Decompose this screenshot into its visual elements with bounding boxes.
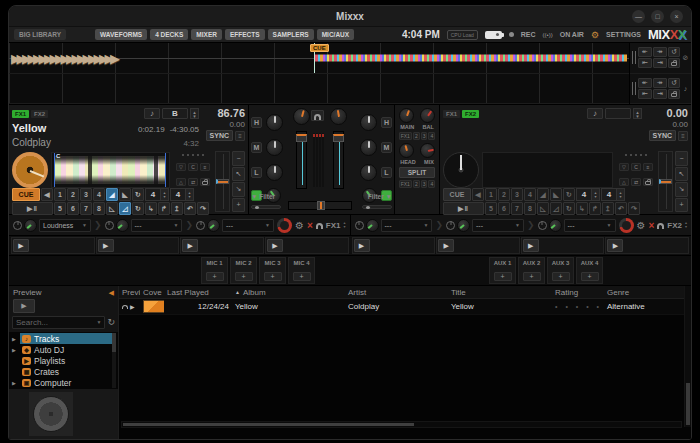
sync-leader-icon[interactable]: ≡ (678, 131, 688, 141)
deck2-jump-fwd-button[interactable]: ↷ (628, 202, 640, 215)
aux1-add-button[interactable]: + (494, 272, 512, 281)
deck2-overview-waveform[interactable] (482, 152, 613, 188)
deck1-loop-in-button[interactable]: ◢ (106, 188, 118, 201)
pitch-slider-handle[interactable] (216, 179, 229, 184)
deck1-reloop2-button[interactable]: ↻ (132, 202, 144, 215)
sampler-2-play-button[interactable]: ▶ (98, 239, 114, 252)
fx1-unit-spinner[interactable]: ▴▾ (343, 221, 345, 229)
deck2-fx1-assign[interactable]: FX1 (443, 110, 460, 118)
column-title[interactable]: Title (448, 288, 552, 297)
ch1-gain-knob[interactable] (293, 108, 310, 125)
deck2-hotcue-2[interactable]: 2 (498, 188, 510, 201)
adjust-bars-button[interactable]: ≡ (643, 163, 653, 171)
fx2-headphone-icon[interactable] (657, 223, 664, 228)
mixer-toggle[interactable]: MIXER (191, 29, 222, 40)
4decks-toggle[interactable]: 4 DECKS (150, 29, 188, 40)
sidebar-item-crates[interactable]: ▦Crates (9, 366, 118, 377)
deck1-reloop-button[interactable]: ↻ (132, 188, 144, 201)
key-spinner[interactable]: ▴▾ (190, 108, 199, 119)
master-fx3-chip[interactable]: 3 (421, 132, 428, 140)
fx1-mix-mode-icon[interactable]: × (307, 220, 313, 231)
sidebar-item-computer[interactable]: ▶ ▣Computer (9, 377, 118, 388)
sidebar-item-playlists[interactable]: ▶Playlists (9, 355, 118, 366)
cover-art[interactable] (143, 300, 164, 313)
grid-reset-button[interactable]: ↺ (668, 47, 680, 57)
fx1-headphone-icon[interactable] (316, 223, 323, 228)
deck1-rate-down-button[interactable]: − (232, 151, 245, 166)
sampler-8-play-button[interactable]: ▶ (607, 239, 623, 252)
effect-power-button[interactable] (446, 221, 455, 230)
fx2-mix-mode-icon[interactable]: × (648, 220, 654, 231)
beatgrid-lock-button[interactable] (668, 89, 680, 99)
deck2-key-display[interactable] (605, 108, 631, 119)
beatjump-spinner[interactable]: ▴▾ (186, 188, 194, 201)
grid-align-left-button[interactable]: ⇤ (638, 89, 652, 99)
quantize-button[interactable]: ▽ (176, 163, 186, 171)
eject-button[interactable]: △ (176, 178, 186, 186)
deck2-hotcue-5[interactable]: 5 (485, 202, 497, 215)
deck2-spinny-vinyl[interactable] (443, 152, 479, 188)
key-note-icon[interactable]: ♪ (587, 108, 603, 119)
deck1-hotcue-5[interactable]: 5 (54, 202, 66, 215)
deck1-hotcue-6[interactable]: 6 (67, 202, 79, 215)
column-rating[interactable]: Rating (552, 288, 604, 297)
deck2-hotcue-8[interactable]: 8 (524, 202, 536, 215)
ch1-filter-mini-slider[interactable] (251, 205, 281, 209)
deck1-jump-c-button[interactable]: ↥ (171, 202, 183, 215)
deck2-jump-a-button[interactable]: ↳ (576, 202, 588, 215)
beatloop-spinner[interactable]: ▴▾ (592, 188, 600, 201)
fx2-unit-spinner[interactable]: ▴▾ (685, 221, 687, 229)
head-fx2-chip[interactable]: 2 (413, 180, 420, 188)
master-fx4-chip[interactable]: 4 (428, 132, 435, 140)
deck1-spinny-vinyl[interactable] (12, 152, 48, 188)
waveforms-toggle[interactable]: WAVEFORMS (95, 29, 147, 40)
deck2-reloop2-button[interactable]: ↻ (563, 202, 575, 215)
aux4-add-button[interactable]: + (581, 272, 599, 281)
deck1-overview-waveform[interactable]: C (51, 152, 170, 188)
slip-mode-button[interactable]: C (631, 163, 641, 171)
sampler-3-play-button[interactable]: ▶ (182, 239, 198, 252)
close-button[interactable]: × (670, 10, 683, 23)
effect-meta-knob[interactable] (457, 219, 470, 232)
deck1-nudge-down-button[interactable]: ↘ (232, 182, 245, 197)
head-fx1-chip[interactable]: FX1 (399, 180, 412, 188)
deck1-jump-back-button[interactable]: ↶ (184, 202, 196, 215)
ch1-volume-fader[interactable] (296, 131, 307, 189)
deck2-reloop-button[interactable]: ↻ (563, 188, 575, 201)
deck2-reverse-button[interactable]: ◀ (472, 188, 484, 201)
grid-align-right-button[interactable]: ⇥ (653, 58, 667, 68)
column-preview[interactable]: Previ (119, 288, 140, 297)
deck1-hotcue-1[interactable]: 1 (54, 188, 66, 201)
deck2-loop-halve-button[interactable]: ◺ (537, 202, 549, 215)
effects-toggle[interactable]: EFFECTS (225, 29, 265, 40)
deck2-play-button[interactable]: ▶‖ (443, 202, 484, 215)
deck2-jump-c-button[interactable]: ↥ (602, 202, 614, 215)
deck1-rate-up-button[interactable]: + (232, 198, 245, 213)
deck1-nudge-up-button[interactable]: ↖ (232, 167, 245, 182)
effect-meta-knob[interactable] (116, 219, 129, 232)
crossfader[interactable] (288, 201, 352, 210)
sampler-6-play-button[interactable]: ▶ (438, 239, 454, 252)
minimize-button[interactable]: — (632, 10, 645, 23)
effect-selector[interactable]: ---▼ (472, 219, 524, 232)
headphone-gain-knob[interactable] (399, 143, 414, 158)
ch1-eq-high-knob[interactable] (266, 114, 283, 131)
main-volume-knob[interactable] (399, 108, 414, 123)
adjust-bars-button[interactable]: ≡ (200, 163, 210, 171)
ch2-filter-select[interactable]: Filter ▼ (368, 193, 392, 200)
mic4-add-button[interactable]: + (293, 272, 311, 281)
ch2-filter-mini-slider[interactable] (362, 205, 392, 209)
expand-arrow-icon[interactable]: ▶ (12, 347, 17, 353)
title-bar[interactable]: Mixxx — □ × (9, 6, 691, 26)
deck2-loop-in-button[interactable]: ◢ (537, 188, 549, 201)
maximize-button[interactable]: □ (651, 10, 664, 23)
search-input[interactable]: Search... ▼ (12, 316, 105, 329)
deck2-jump-b-button[interactable]: ↱ (589, 202, 601, 215)
deck1-jump-fwd-button[interactable]: ↷ (197, 202, 209, 215)
ch2-gain-knob[interactable] (330, 108, 347, 125)
deck2-hotcue-7[interactable]: 7 (511, 202, 523, 215)
beatloop-spinner[interactable]: ▴▾ (161, 188, 169, 201)
sampler-5-play-button[interactable]: ▶ (354, 239, 370, 252)
micaux-toggle[interactable]: MIC/AUX (317, 29, 354, 40)
samplers-toggle[interactable]: SAMPLERS (268, 29, 314, 40)
